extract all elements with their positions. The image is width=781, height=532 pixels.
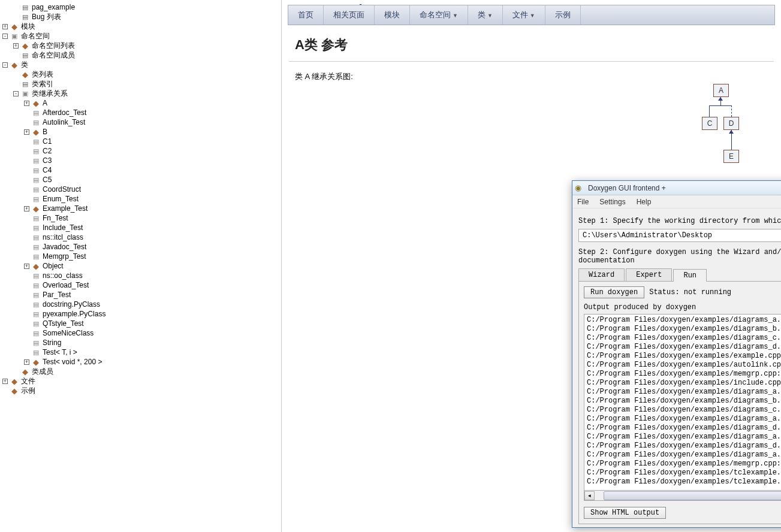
book-icon xyxy=(21,70,29,78)
tree-item[interactable]: 示例 xyxy=(0,386,281,395)
tree-item[interactable]: +Example_Test xyxy=(0,204,281,213)
tree-item[interactable]: 命名空间成员 xyxy=(0,50,281,60)
tab-namespaces[interactable]: 命名空间▼ xyxy=(410,5,468,25)
tree-item[interactable]: C2 xyxy=(0,146,281,156)
tree-item[interactable]: Fn_Test xyxy=(0,213,281,223)
tree-item[interactable]: +Object xyxy=(0,261,281,271)
tree-item[interactable]: Par_Test xyxy=(0,290,281,300)
tree-item[interactable]: +B xyxy=(0,127,281,137)
tree-item-label: C5 xyxy=(43,176,52,184)
tree-item[interactable]: QTstyle_Test xyxy=(0,319,281,328)
tree-item[interactable]: pag_example xyxy=(0,2,281,12)
tab-classes[interactable]: 类▼ xyxy=(468,5,503,25)
page-icon xyxy=(21,3,29,11)
tree-item[interactable]: C4 xyxy=(0,165,281,175)
tree-toggle[interactable]: + xyxy=(24,101,29,106)
dialog-titlebar[interactable]: ◉ Doxygen GUI frontend + — ▢ ✕ xyxy=(572,181,781,195)
tree-item[interactable]: +模块 xyxy=(0,22,281,31)
book-icon xyxy=(32,358,40,366)
step2-label: Step 2: Configure doxygen using the Wiza… xyxy=(578,248,781,265)
tab-examples[interactable]: 示例 xyxy=(545,5,581,25)
app-icon: ◉ xyxy=(575,183,584,193)
tree-item[interactable]: +Test< void *, 200 > xyxy=(0,357,281,367)
diagram-node-a[interactable]: A xyxy=(713,84,729,97)
tree-item[interactable]: Memgrp_Test xyxy=(0,252,281,261)
tree-toggle[interactable]: - xyxy=(2,62,8,68)
tree-item[interactable]: Enum_Test xyxy=(0,194,281,204)
tree-item[interactable]: Afterdoc_Test xyxy=(0,108,281,117)
tree-item[interactable]: Test< T, i > xyxy=(0,347,281,357)
tree-item[interactable]: CoordStruct xyxy=(0,185,281,194)
tree-item[interactable]: C5 xyxy=(0,175,281,185)
tree-item[interactable]: +A xyxy=(0,98,281,108)
tree-item-label: C1 xyxy=(43,137,52,146)
tree-toggle[interactable]: + xyxy=(24,264,29,269)
page-icon xyxy=(21,13,29,21)
tree-item[interactable]: Autolink_Test xyxy=(0,117,281,127)
tree-toggle[interactable]: + xyxy=(24,206,29,211)
tree-item[interactable]: -类 xyxy=(0,60,281,69)
tab-files[interactable]: 文件▼ xyxy=(503,5,545,25)
tree-toggle[interactable]: + xyxy=(2,24,8,29)
tree-item-label: 类 xyxy=(21,60,28,70)
output-hscrollbar[interactable]: ◄ ► xyxy=(584,491,781,501)
hscroll-track[interactable] xyxy=(595,491,781,500)
main-tabbar: 首页 相关页面 模块 命名空间▼ 类▼ 文件▼ 示例 xyxy=(288,5,775,25)
tree-item[interactable]: 类索引 xyxy=(0,79,281,89)
working-dir-input[interactable] xyxy=(578,229,781,242)
tree-item[interactable]: C1 xyxy=(0,137,281,146)
menu-file[interactable]: File xyxy=(577,198,589,206)
tree-toggle[interactable]: + xyxy=(24,129,29,135)
menu-settings[interactable]: Settings xyxy=(599,198,625,206)
tree-item[interactable]: ns::oo_class xyxy=(0,271,281,280)
show-html-output-button[interactable]: Show HTML output xyxy=(584,507,666,519)
output-textarea[interactable]: C:/Program Files/doxygen/examples/diagra… xyxy=(584,314,781,491)
tab-home[interactable]: 首页 xyxy=(288,5,324,25)
tree-item[interactable]: docstring.PyClass xyxy=(0,300,281,309)
tree-item-label: SomeNiceClass xyxy=(43,329,94,337)
tree-item[interactable]: String xyxy=(0,338,281,347)
diagram-node-c[interactable]: C xyxy=(702,117,717,130)
tree-toggle[interactable]: + xyxy=(2,379,8,384)
tab-wizard[interactable]: Wizard xyxy=(578,268,625,281)
tree-item-label: 类列表 xyxy=(32,69,53,80)
tab-expert[interactable]: Expert xyxy=(626,268,672,281)
tree-toggle[interactable]: + xyxy=(13,43,19,49)
tree-item[interactable]: 类成员 xyxy=(0,367,281,376)
book-icon xyxy=(10,386,19,395)
file-icon xyxy=(32,147,40,155)
tab-related[interactable]: 相关页面 xyxy=(324,5,375,25)
book-icon xyxy=(21,41,29,50)
tree-item[interactable]: ns::itcl_class xyxy=(0,232,281,242)
tree-item[interactable]: C3 xyxy=(0,156,281,165)
tree-toggle[interactable]: - xyxy=(2,34,8,39)
tree-item[interactable]: 类列表 xyxy=(0,69,281,79)
navigation-tree[interactable]: pag_exampleBug 列表+模块-命名空间+命名空间列表命名空间成员-类… xyxy=(0,0,282,532)
step1-label: Step 1: Specify the working directory fr… xyxy=(578,217,781,225)
tree-item[interactable]: -类继承关系 xyxy=(0,89,281,98)
tab-run[interactable]: Run xyxy=(673,269,707,282)
menu-help[interactable]: Help xyxy=(637,198,652,206)
tree-item-label: Test< T, i > xyxy=(43,348,77,356)
tree-toggle[interactable]: - xyxy=(13,91,19,96)
tree-item[interactable]: pyexample.PyClass xyxy=(0,309,281,319)
tree-item[interactable]: Bug 列表 xyxy=(0,12,281,22)
tree-item[interactable]: +文件 xyxy=(0,376,281,386)
diagram-node-e[interactable]: E xyxy=(723,150,739,163)
tab-modules[interactable]: 模块 xyxy=(375,5,410,25)
tree-item-label: 类索引 xyxy=(32,79,53,89)
config-tabs: Wizard Expert Run xyxy=(578,268,781,282)
diagram-node-d[interactable]: D xyxy=(723,117,739,130)
inheritance-label: 类 A 继承关系图: xyxy=(282,62,781,92)
tree-item[interactable]: SomeNiceClass xyxy=(0,328,281,338)
hscroll-left-arrow[interactable]: ◄ xyxy=(584,491,595,500)
tree-item[interactable]: Javadoc_Test xyxy=(0,242,281,252)
hscroll-thumb[interactable] xyxy=(604,491,781,500)
tree-toggle[interactable]: + xyxy=(24,359,29,365)
tree-item[interactable]: Include_Test xyxy=(0,223,281,232)
tree-item[interactable]: Overload_Test xyxy=(0,280,281,290)
run-doxygen-button[interactable]: Run doxygen xyxy=(584,286,644,298)
tree-item[interactable]: -命名空间 xyxy=(0,31,281,41)
tree-item[interactable]: +命名空间列表 xyxy=(0,41,281,50)
tree-item-label: String xyxy=(43,338,61,347)
